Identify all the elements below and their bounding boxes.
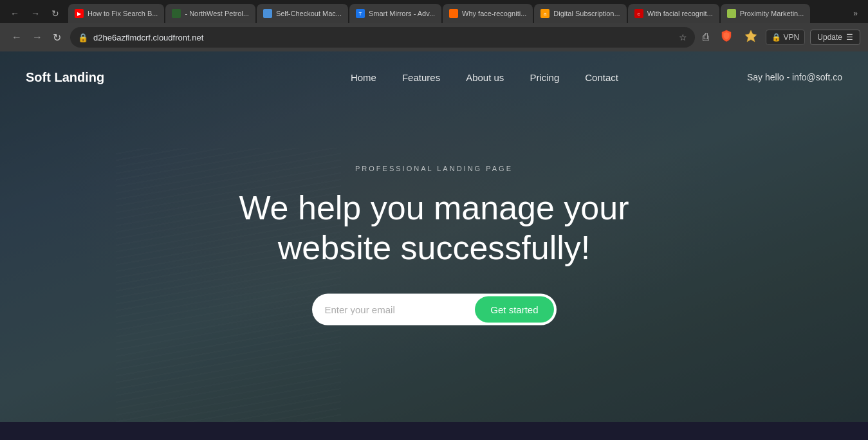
tab-2-label: - NorthWest Petrol... [185, 10, 248, 17]
tab-7[interactable]: c With facial recognit... [628, 4, 719, 23]
brave-rewards-button[interactable] [741, 26, 761, 48]
vpn-label: VPN [784, 33, 800, 42]
back-nav-button[interactable]: ← [8, 29, 26, 46]
tab-1-label: How to Fix Search B... [88, 10, 158, 17]
update-button[interactable]: Update ☰ [810, 30, 860, 45]
tab-8-label: Proximity Marketin... [740, 10, 804, 17]
nav-controls: ← → ↻ [8, 29, 65, 46]
hero-title: We help you manage your website successf… [209, 188, 660, 268]
lock-icon: 🔒 [78, 33, 88, 42]
site-logo: Soft Landing [26, 70, 104, 85]
hamburger-icon: ☰ [846, 33, 853, 42]
tab-bar: ← → ↻ ▶ How to Fix Search B... - NorthWe… [0, 0, 868, 23]
contact-email: Say hello - info@soft.co [747, 72, 842, 82]
more-tabs-button[interactable]: » [848, 6, 863, 21]
tab-6[interactable]: a Digital Subscription... [534, 4, 626, 23]
tab-6-label: Digital Subscription... [553, 10, 620, 17]
tab-5-favicon [449, 9, 458, 18]
nav-home[interactable]: Home [351, 72, 376, 83]
nav-features[interactable]: Features [402, 72, 440, 83]
tab-1-favicon: ▶ [75, 9, 84, 18]
toolbar-actions: ⎙ 🔒 VPN Update ☰ [700, 26, 860, 48]
toolbar: ← → ↻ 🔒 d2he6azflmdcrf.cloudfront.net ☆ … [0, 23, 868, 51]
tab-2[interactable]: - NorthWest Petrol... [165, 4, 255, 23]
nav-about-us[interactable]: About us [466, 72, 504, 83]
nav-pricing[interactable]: Pricing [530, 72, 559, 83]
tab-7-favicon: c [634, 9, 643, 18]
browser-window: ← → ↻ ▶ How to Fix Search B... - NorthWe… [0, 0, 868, 422]
tab-list: ▶ How to Fix Search B... - NorthWest Pet… [68, 4, 847, 23]
tab-4-favicon: T [356, 9, 365, 18]
website-content: Soft Landing Home Features About us Pric… [0, 51, 868, 422]
nav-contact[interactable]: Contact [585, 72, 618, 83]
address-bar[interactable]: 🔒 d2he6azflmdcrf.cloudfront.net ☆ [70, 27, 695, 48]
svg-marker-0 [745, 30, 757, 42]
vpn-button[interactable]: 🔒 VPN [766, 30, 806, 45]
share-button[interactable]: ⎙ [700, 29, 712, 46]
site-navigation: Soft Landing Home Features About us Pric… [0, 51, 868, 103]
tab-5[interactable]: Why face-recogniti... [443, 4, 533, 23]
get-started-button[interactable]: Get started [475, 296, 553, 322]
tab-5-label: Why face-recogniti... [462, 10, 526, 17]
back-button[interactable]: ← [5, 6, 24, 21]
email-input[interactable] [325, 298, 476, 320]
hero-content: PROFESSIONAL LANDING PAGE We help you ma… [209, 165, 660, 325]
update-label: Update [817, 33, 842, 42]
address-text: d2he6azflmdcrf.cloudfront.net [93, 33, 674, 42]
tab-1[interactable]: ▶ How to Fix Search B... [68, 4, 164, 23]
hero-email-form: Get started [312, 293, 557, 325]
tab-3[interactable]: Self-Checkout Mac... [257, 4, 348, 23]
tab-6-favicon: a [540, 9, 549, 18]
tab-3-favicon [263, 9, 272, 18]
brave-shield-button[interactable] [717, 26, 736, 48]
tab-3-label: Self-Checkout Mac... [276, 10, 342, 17]
nav-links: Home Features About us Pricing Contact [351, 72, 618, 83]
hero-eyebrow: PROFESSIONAL LANDING PAGE [209, 165, 660, 172]
reload-button[interactable]: ↻ [46, 6, 64, 21]
tab-4-label: Smart Mirrors - Adv... [369, 10, 435, 17]
tab-4[interactable]: T Smart Mirrors - Adv... [349, 4, 441, 23]
vpn-icon: 🔒 [771, 33, 781, 42]
bookmark-icon[interactable]: ☆ [679, 32, 687, 42]
tab-7-label: With facial recognit... [647, 10, 713, 17]
hero-title-line2: website successfully! [278, 229, 591, 266]
tab-8[interactable]: Proximity Marketin... [721, 4, 811, 23]
hero-title-line1: We help you manage your [239, 189, 629, 226]
reload-nav-button[interactable]: ↻ [49, 29, 65, 46]
tab-8-favicon [727, 9, 736, 18]
forward-nav-button[interactable]: → [28, 29, 46, 46]
tab-2-favicon [172, 9, 181, 18]
forward-button[interactable]: → [26, 6, 45, 21]
